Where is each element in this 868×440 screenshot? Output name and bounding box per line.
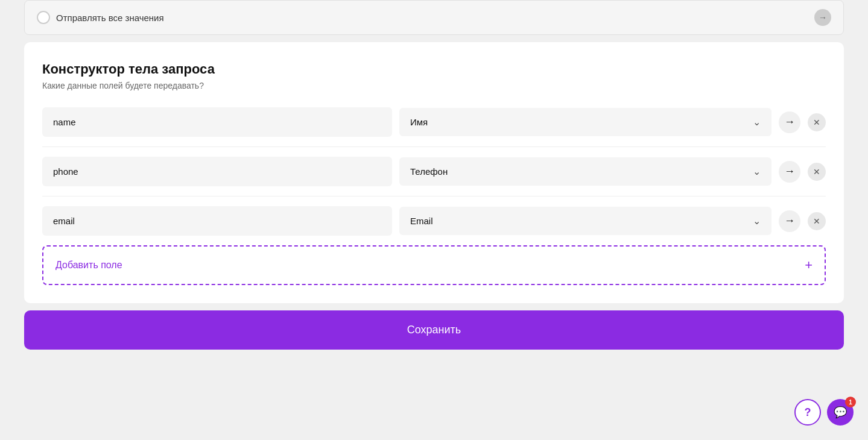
field-row-name: name Имя ⌄ → ✕ [42, 107, 826, 137]
chat-button[interactable]: 💬 1 [827, 399, 854, 426]
top-bar-label: Отправлять все значения [56, 13, 164, 23]
add-field-button[interactable]: Добавить поле + [42, 245, 826, 285]
arrow-icon-name: → [779, 112, 800, 133]
close-icon-email[interactable]: ✕ [808, 212, 826, 230]
close-icon-name[interactable]: ✕ [808, 113, 826, 131]
arrow-icon-email: → [779, 210, 800, 232]
main-card: Конструктор тела запроса Какие данные по… [24, 42, 844, 303]
field-value-phone[interactable]: Телефон ⌄ [399, 157, 771, 186]
field-value-email-text: Email [410, 216, 433, 226]
card-title: Конструктор тела запроса [42, 61, 826, 77]
close-icon-phone[interactable]: ✕ [808, 163, 826, 181]
field-value-name[interactable]: Имя ⌄ [399, 108, 771, 136]
chat-icon: 💬 [834, 406, 847, 419]
field-value-phone-text: Телефон [410, 166, 448, 177]
chevron-down-icon-name: ⌄ [753, 116, 761, 128]
top-bar: Отправлять все значения → [24, 0, 844, 35]
chat-badge: 1 [845, 397, 856, 407]
field-key-phone[interactable]: phone [42, 157, 392, 186]
card-subtitle: Какие данные полей будете передавать? [42, 81, 826, 90]
help-button[interactable]: ? [794, 399, 821, 426]
radio-circle[interactable] [37, 11, 50, 24]
chevron-down-icon-phone: ⌄ [753, 166, 761, 177]
field-value-name-text: Имя [410, 117, 428, 127]
help-icon: ? [805, 406, 811, 419]
field-key-email[interactable]: email [42, 206, 392, 236]
top-bar-left: Отправлять все значения [37, 11, 164, 24]
add-field-label: Добавить поле [55, 260, 122, 271]
field-row-phone: phone Телефон ⌄ → ✕ [42, 157, 826, 186]
divider-1 [42, 146, 826, 147]
arrow-icon-phone: → [779, 161, 800, 183]
floating-buttons: ? 💬 1 [794, 399, 854, 426]
save-button[interactable]: Сохранить [24, 310, 844, 350]
field-row-email: email Email ⌄ → ✕ [42, 206, 826, 236]
divider-2 [42, 196, 826, 196]
field-value-email[interactable]: Email ⌄ [399, 207, 771, 235]
top-bar-arrow-icon[interactable]: → [814, 9, 831, 26]
chevron-down-icon-email: ⌄ [753, 215, 761, 227]
field-key-name[interactable]: name [42, 107, 392, 137]
add-field-plus-icon: + [805, 257, 813, 273]
